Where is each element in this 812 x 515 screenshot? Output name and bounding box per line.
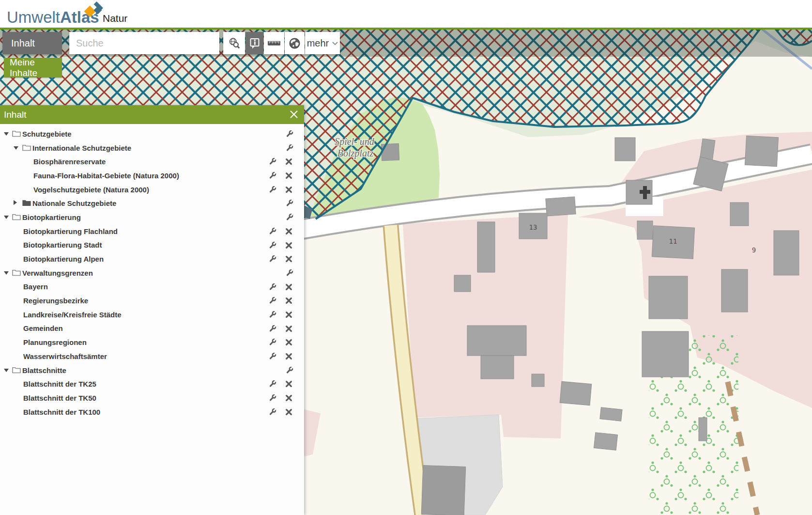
wrench-settings-icon[interactable] bbox=[268, 297, 276, 305]
tree-layer-biotopkartierung-alpen[interactable]: Biotopkartierung Alpen bbox=[0, 252, 304, 266]
wrench-settings-icon[interactable] bbox=[268, 325, 276, 333]
remove-layer-icon[interactable] bbox=[285, 255, 292, 263]
tree-layer-biosphaerenreservate[interactable]: Biosphärenreservate bbox=[0, 155, 304, 169]
caret-right-icon[interactable] bbox=[14, 200, 17, 205]
tree-layer-blattschnitt-tk50[interactable]: Blattschnitt der TK50 bbox=[0, 391, 304, 405]
wrench-settings-icon[interactable] bbox=[268, 255, 276, 263]
wrench-settings-icon[interactable] bbox=[268, 283, 276, 291]
tree-item-label[interactable]: Bayern bbox=[23, 282, 48, 291]
tree-item-label[interactable]: Biotopkartierung bbox=[22, 213, 81, 221]
tree-item-label[interactable]: Blattschnitt der TK50 bbox=[23, 394, 96, 402]
remove-layer-icon[interactable] bbox=[285, 172, 292, 179]
caret-down-icon[interactable] bbox=[4, 369, 9, 372]
tree-folder-blattschnitte[interactable]: Blattschnitte bbox=[0, 363, 304, 377]
tree-folder-verwaltungsgrenzen[interactable]: Verwaltungsgrenzen bbox=[0, 266, 304, 280]
tree-item-label[interactable]: Schutzgebiete bbox=[22, 130, 72, 138]
tree-layer-vogelschutzgebiete[interactable]: Vogelschutzgebiete (Natura 2000) bbox=[0, 183, 304, 197]
wrench-settings-icon[interactable] bbox=[268, 352, 276, 360]
tree-item-label[interactable]: Vogelschutzgebiete (Natura 2000) bbox=[33, 186, 149, 194]
remove-layer-icon[interactable] bbox=[285, 186, 292, 193]
folder-open-icon bbox=[12, 367, 21, 374]
zoom-to-location-button[interactable] bbox=[223, 32, 245, 54]
wrench-settings-icon[interactable] bbox=[285, 130, 293, 138]
inhalt-toggle-button[interactable]: Inhalt bbox=[2, 32, 62, 54]
overview-map-button[interactable] bbox=[285, 32, 305, 54]
remove-layer-icon[interactable] bbox=[285, 242, 292, 249]
tree-layer-regierungsbezirke[interactable]: Regierungsbezirke bbox=[0, 294, 304, 308]
caret-down-icon[interactable] bbox=[4, 132, 9, 136]
more-tools-button[interactable]: mehr bbox=[305, 32, 340, 54]
tree-item-label[interactable]: Biosphärenreservate bbox=[33, 157, 106, 166]
wrench-settings-icon[interactable] bbox=[268, 186, 276, 194]
search-input[interactable] bbox=[69, 32, 219, 54]
tree-folder-schutzgebiete[interactable]: Schutzgebiete bbox=[0, 127, 304, 141]
tree-item-label[interactable]: Blattschnitt der TK25 bbox=[23, 380, 96, 388]
tree-item-label[interactable]: Regierungsbezirke bbox=[23, 297, 88, 305]
globe-icon bbox=[289, 37, 301, 49]
tree-layer-planungsregionen[interactable]: Planungsregionen bbox=[0, 335, 304, 349]
remove-layer-icon[interactable] bbox=[285, 339, 292, 346]
tree-item-label[interactable]: Fauna-Flora-Habitat-Gebiete (Natura 2000… bbox=[33, 172, 179, 180]
caret-down-icon[interactable] bbox=[14, 146, 18, 150]
tree-item-label[interactable]: Biotopkartierung Alpen bbox=[23, 255, 104, 263]
wrench-settings-icon[interactable] bbox=[268, 408, 276, 416]
tree-item-label[interactable]: Biotopkartierung Stadt bbox=[23, 241, 102, 249]
remove-layer-icon[interactable] bbox=[285, 297, 292, 304]
remove-layer-icon[interactable] bbox=[285, 380, 292, 388]
wrench-settings-icon[interactable] bbox=[285, 144, 293, 152]
tree-item-label[interactable]: Landkreise/Kreisfreie Städte bbox=[23, 311, 122, 319]
wrench-settings-icon[interactable] bbox=[268, 172, 276, 180]
remove-layer-icon[interactable] bbox=[285, 311, 292, 318]
tree-item-label[interactable]: Nationale Schutzgebiete bbox=[32, 199, 116, 207]
tree-item-label[interactable]: Internationale Schutzgebiete bbox=[32, 144, 131, 152]
folder-open-icon bbox=[22, 144, 31, 151]
tree-layer-blattschnitt-tk25[interactable]: Blattschnitt der TK25 bbox=[0, 377, 304, 391]
remove-layer-icon[interactable] bbox=[285, 158, 292, 165]
logo-diamond-icon bbox=[82, 1, 105, 22]
caret-down-icon[interactable] bbox=[4, 216, 9, 219]
tree-layer-biotopkartierung-flachland[interactable]: Biotopkartierung Flachland bbox=[0, 224, 304, 238]
tree-item-label[interactable]: Blattschnitte bbox=[22, 366, 66, 375]
remove-layer-icon[interactable] bbox=[285, 408, 292, 416]
tree-folder-nationale-schutzgebiete[interactable]: Nationale Schutzgebiete bbox=[0, 196, 304, 210]
meine-inhalte-button[interactable]: Meine Inhalte bbox=[4, 58, 62, 78]
tree-item-label[interactable]: Biotopkartierung Flachland bbox=[23, 227, 118, 235]
app-header: UmweltAtlas Natur bbox=[0, 0, 812, 28]
wrench-settings-icon[interactable] bbox=[268, 394, 276, 402]
wrench-settings-icon[interactable] bbox=[285, 199, 293, 207]
tree-layer-blattschnitt-tk100[interactable]: Blattschnitt der TK100 bbox=[0, 405, 304, 419]
house-number-13: 13 bbox=[529, 223, 537, 231]
remove-layer-icon[interactable] bbox=[285, 283, 292, 291]
tree-layer-biotopkartierung-stadt[interactable]: Biotopkartierung Stadt bbox=[0, 238, 304, 252]
tree-folder-biotopkartierung[interactable]: Biotopkartierung bbox=[0, 210, 304, 224]
remove-layer-icon[interactable] bbox=[285, 325, 292, 332]
wrench-settings-icon[interactable] bbox=[268, 227, 276, 235]
wrench-settings-icon[interactable] bbox=[268, 241, 276, 250]
caret-down-icon[interactable] bbox=[4, 271, 9, 275]
wrench-settings-icon[interactable] bbox=[285, 366, 293, 375]
folder-open-icon bbox=[12, 130, 21, 137]
tree-layer-bayern[interactable]: Bayern bbox=[0, 280, 304, 294]
wrench-settings-icon[interactable] bbox=[268, 311, 276, 319]
tree-item-label[interactable]: Planungsregionen bbox=[23, 338, 87, 346]
measure-button[interactable] bbox=[264, 32, 284, 54]
wrench-settings-icon[interactable] bbox=[285, 269, 293, 277]
tree-layer-ffh-gebiete[interactable]: Fauna-Flora-Habitat-Gebiete (Natura 2000… bbox=[0, 169, 304, 183]
wrench-settings-icon[interactable] bbox=[268, 380, 276, 388]
remove-layer-icon[interactable] bbox=[285, 228, 292, 235]
tree-item-label[interactable]: Verwaltungsgrenzen bbox=[22, 269, 93, 277]
tree-item-label[interactable]: Gemeinden bbox=[23, 324, 63, 332]
tree-layer-landkreise[interactable]: Landkreise/Kreisfreie Städte bbox=[0, 308, 304, 322]
wrench-settings-icon[interactable] bbox=[268, 338, 276, 346]
remove-layer-icon[interactable] bbox=[285, 353, 292, 360]
wrench-settings-icon[interactable] bbox=[268, 157, 276, 166]
tree-folder-internationale-schutzgebiete[interactable]: Internationale Schutzgebiete bbox=[0, 141, 304, 155]
tree-layer-wasserwirtschaftsaemter[interactable]: Wasserwirtschaftsämter bbox=[0, 349, 304, 363]
feature-info-button[interactable] bbox=[245, 32, 263, 54]
wrench-settings-icon[interactable] bbox=[285, 213, 293, 221]
tree-layer-gemeinden[interactable]: Gemeinden bbox=[0, 322, 304, 336]
tree-item-label[interactable]: Wasserwirtschaftsämter bbox=[23, 352, 107, 360]
remove-layer-icon[interactable] bbox=[285, 394, 292, 402]
close-icon[interactable] bbox=[290, 110, 298, 119]
tree-item-label[interactable]: Blattschnitt der TK100 bbox=[23, 408, 100, 416]
